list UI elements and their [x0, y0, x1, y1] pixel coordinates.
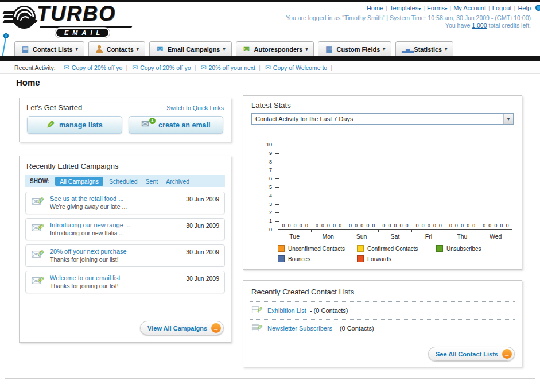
- envelope-pencil-icon: [31, 277, 47, 290]
- tab-label: Email Campaigns: [168, 46, 220, 53]
- chevron-down-icon: ▾: [223, 46, 225, 52]
- x-axis-label: Mon: [311, 233, 344, 240]
- legend-label: Unsubscribes: [446, 246, 481, 252]
- email-campaigns-icon: [156, 45, 165, 53]
- campaign-date: 30 Jun 2009: [186, 222, 219, 229]
- y-tick-label: 5: [269, 184, 272, 190]
- x-axis-label: Tue: [278, 233, 311, 240]
- tab-autoresponders[interactable]: Autoresponders▾: [236, 41, 314, 56]
- header-link-forms[interactable]: Forms ▾: [427, 5, 447, 11]
- recent-activity-link[interactable]: Copy of Welcome to: [265, 64, 327, 72]
- pencil-icon: [46, 119, 55, 131]
- y-tick-label: 0: [269, 227, 272, 232]
- recent-activity-link[interactable]: 20% off your next: [200, 64, 255, 72]
- filter-sent[interactable]: Sent: [146, 178, 158, 185]
- legend-swatch: [357, 255, 364, 262]
- see-all-contact-lists-button[interactable]: See All Contact Lists →: [428, 347, 515, 361]
- logo-underline: [40, 26, 133, 28]
- turbo-email-logo: TURBO EMAIL: [3, 3, 153, 38]
- separator: |: [126, 64, 127, 71]
- separator: |: [331, 64, 332, 71]
- credits-link[interactable]: 1,000: [472, 22, 487, 29]
- view-all-campaigns-button[interactable]: View All Campaigns →: [140, 321, 224, 335]
- logo-swirl-icon: [11, 5, 37, 30]
- contacts-icon: [95, 45, 104, 53]
- pencil-list-icon: [251, 306, 264, 315]
- campaign-date: 30 Jun 2009: [186, 196, 219, 203]
- separator: |: [514, 5, 516, 11]
- logo-subtitle: EMAIL: [56, 29, 108, 37]
- legend-swatch: [357, 245, 364, 252]
- header-link-logout[interactable]: Logout: [492, 5, 512, 11]
- y-tick-label: 3: [269, 201, 272, 207]
- create-email-button[interactable]: create an email: [129, 116, 224, 134]
- recent-activity-link[interactable]: Copy of 20% off yo: [64, 64, 123, 72]
- contact-lists-title: Recently Created Contact Lists: [251, 288, 354, 296]
- contact-list-link[interactable]: Newsletter Subscribers: [267, 325, 332, 332]
- legend-item: Forwards: [357, 255, 436, 262]
- header-link-home[interactable]: Home: [367, 5, 383, 11]
- campaign-filters: SHOW: All CampaignsScheduledSentArchived: [25, 175, 225, 187]
- contact-lists-icon: [21, 45, 30, 53]
- chevron-down-icon: ▾: [137, 46, 139, 52]
- header-links: Home|Templates ▾|Forms ▾|My Account|Logo…: [367, 5, 531, 11]
- campaign-item[interactable]: Introducing our new range ...Introducing…: [25, 218, 225, 240]
- tab-contacts[interactable]: Contacts▾: [88, 41, 145, 56]
- tab-contact-lists[interactable]: Contact Lists▾: [14, 41, 84, 56]
- create-email-label: create an email: [158, 121, 210, 129]
- tab-custom-fields[interactable]: Custom Fields▾: [318, 41, 391, 56]
- header-link-help[interactable]: Help: [518, 5, 531, 11]
- envelope-icon: [64, 64, 69, 72]
- corner-dot: [535, 5, 540, 11]
- statistics-icon: [402, 45, 411, 53]
- contact-list-item: Exhibition List - (0 Contacts): [250, 302, 515, 320]
- filter-scheduled[interactable]: Scheduled: [109, 178, 138, 185]
- separator: |: [386, 5, 387, 11]
- tab-label: Custom Fields: [336, 46, 380, 53]
- login-status: You are logged in as "Timothy Smith" | S…: [286, 14, 531, 21]
- tab-label: Contacts: [107, 46, 134, 53]
- campaign-date: 30 Jun 2009: [186, 249, 219, 255]
- campaign-item[interactable]: See us at the retail food ...We're givin…: [25, 192, 225, 214]
- filter-all-campaigns[interactable]: All Campaigns: [55, 177, 103, 186]
- campaign-item[interactable]: 20% off your next purchaseThanks for joi…: [25, 244, 225, 267]
- contact-list-items: Exhibition List - (0 Contacts)Newsletter…: [243, 302, 522, 337]
- get-started-panel: Let's Get Started Switch to Quick Links …: [19, 98, 231, 142]
- separator: |: [195, 64, 196, 71]
- arrow-right-icon: →: [502, 349, 512, 359]
- x-axis-label: Fri: [412, 233, 445, 240]
- recent-activity-text: 20% off your next: [209, 64, 256, 71]
- header: TURBO EMAIL Home|Templates ▾|Forms ▾|My …: [0, 2, 540, 39]
- y-tick-label: 8: [269, 159, 272, 165]
- contact-lists-panel: Recently Created Contact Lists Exhibitio…: [243, 280, 522, 367]
- y-tick-label: 7: [269, 167, 272, 173]
- contact-list-link[interactable]: Exhibition List: [267, 307, 306, 314]
- recent-activity-link[interactable]: Copy of 20% off yo: [132, 64, 191, 72]
- filter-archived[interactable]: Archived: [166, 178, 189, 185]
- manage-lists-button[interactable]: manage lists: [27, 116, 122, 134]
- x-axis-label: Sun: [345, 233, 378, 240]
- y-tick-label: 10: [266, 142, 272, 148]
- header-link-templates[interactable]: Templates ▾: [390, 5, 421, 11]
- left-border-line: [5, 61, 5, 379]
- activity-chart: 0 0 0 0 00 0 0 0 00 0 0 0 00 0 0 0 00 0 …: [278, 145, 512, 230]
- stats-range-select[interactable]: Contact Activity for the Last 7 Days ▼: [251, 113, 514, 125]
- stats-range-value: Contact Activity for the Last 7 Days: [255, 115, 353, 122]
- switch-quick-links-link[interactable]: Switch to Quick Links: [166, 104, 224, 111]
- legend-item: Unconfirmed Contacts: [278, 245, 357, 252]
- footer-line: [5, 378, 535, 379]
- legend-swatch: [436, 245, 443, 252]
- recent-activity-label: Recent Activity:: [14, 64, 56, 71]
- envelope-pencil-icon: [31, 224, 47, 238]
- contact-list-count: - (0 Contacts): [310, 307, 348, 314]
- tab-statistics[interactable]: Statistics▾: [395, 41, 453, 56]
- contact-list-item: Newsletter Subscribers - (0 Contacts): [250, 320, 515, 337]
- header-link-my-account[interactable]: My Account: [453, 5, 486, 11]
- legend-label: Forwards: [367, 256, 391, 262]
- chart-group: 0 0 0 0 0: [445, 145, 479, 229]
- campaign-item[interactable]: Welcome to our email listThanks for join…: [25, 271, 225, 293]
- y-tick-label: 4: [269, 193, 272, 199]
- tab-email-campaigns[interactable]: Email Campaigns▾: [149, 41, 232, 56]
- envelope-icon: [132, 64, 138, 72]
- chart-values: 0 0 0 0 0: [479, 223, 512, 228]
